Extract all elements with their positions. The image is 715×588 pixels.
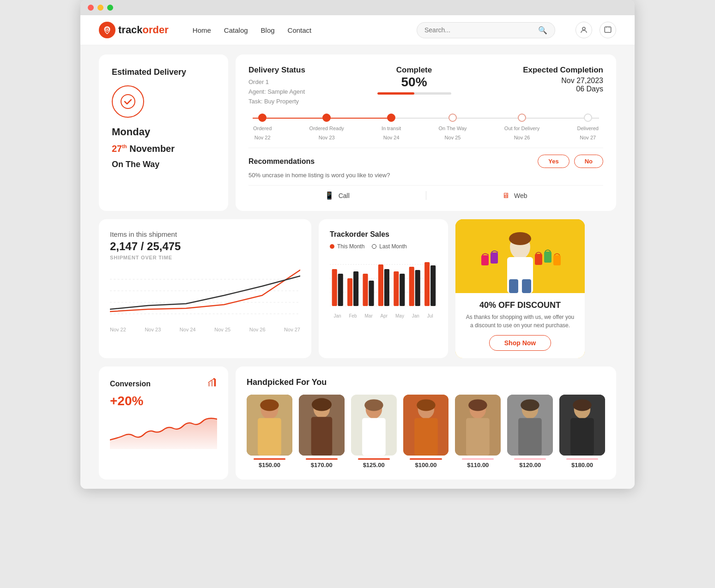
product-image-5 [507,395,553,456]
shipment-subtitle: SHIPMENT OVER TIME [110,255,300,260]
search-input[interactable] [424,26,534,34]
x-label-2: Nov 24 [180,327,196,332]
user-icon-btn[interactable] [576,22,592,38]
svg-point-64 [521,400,539,411]
shipment-chart-svg [110,268,300,323]
svg-rect-23 [409,267,414,306]
logo-icon [99,22,115,38]
estimated-delivery-title: Estimated Delivery [112,67,215,77]
no-button[interactable]: No [574,155,603,168]
svg-rect-34 [544,252,551,263]
cart-icon-btn[interactable] [600,22,616,38]
recommendations-text: 50% uncrase in home listing is word you … [248,172,603,179]
conversion-header: Conversion [110,378,217,390]
web-label: Web [514,192,527,199]
shop-now-button[interactable]: Shop Now [489,335,551,351]
svg-rect-53 [362,418,386,456]
x-label-5: Nov 27 [284,327,300,332]
svg-rect-33 [535,254,542,265]
yes-button[interactable]: Yes [538,155,569,168]
row2: Items in this shipment 2,147 / 25,475 SH… [99,219,616,358]
discount-image [455,219,585,293]
search-icon: 🔍 [538,26,547,35]
product-item-5[interactable]: $120.00 [507,395,553,468]
close-dot[interactable] [88,5,94,11]
product-item-6[interactable]: $180.00 [559,395,605,468]
x-label-0: Nov 22 [110,327,126,332]
discount-body: 40% OFF DISCOUNT As thanks for shopping … [455,293,585,358]
this-month-dot [330,244,334,249]
tl-step-ready: Ordered Ready Nov 23 [309,114,344,140]
shipment-x-labels: Nov 22 Nov 23 Nov 24 Nov 25 Nov 26 Nov 2… [110,327,300,332]
product-item-0[interactable]: $150.00 [247,395,292,468]
svg-rect-22 [400,274,405,306]
complete-label: Complete [377,66,451,75]
price-bar-6 [566,458,598,460]
tl-circle-ordered [258,114,267,122]
product-image-2 [351,395,397,456]
tl-circle-onway [448,114,457,122]
expected-days: 06 Days [523,85,603,93]
product-item-3[interactable]: $100.00 [403,395,449,468]
tl-circle-outfordelivery [518,114,526,122]
bar-label-6: Jul [427,313,433,318]
tl-label-onway: On The Way [438,126,467,131]
bar-label-2: Mar [365,313,373,318]
last-month-label: Last Month [379,243,406,250]
expected-completion-section: Expected Completion Nov 27,2023 06 Days [523,66,603,93]
nav-contact[interactable]: Contact [288,26,312,34]
logo[interactable]: trackorder [99,22,169,38]
product-price-4: $110.00 [455,462,501,468]
maximize-dot[interactable] [107,5,113,11]
conversion-percentage: +20% [110,394,217,408]
nav-blog[interactable]: Blog [261,26,275,34]
product-item-4[interactable]: $110.00 [455,395,501,468]
call-action[interactable]: 📱 Call [248,191,426,200]
product-price-0: $150.00 [247,462,292,468]
handpicked-card: Handpicked For You $150.00 [236,366,616,480]
svg-rect-19 [378,264,383,306]
svg-rect-37 [491,252,498,264]
svg-rect-36 [481,255,489,265]
product-image-1 [299,395,345,456]
sales-legend: This Month Last Month [330,243,437,250]
shipment-chart: Nov 22 Nov 23 Nov 24 Nov 25 Nov 26 Nov 2… [110,268,300,332]
tl-date-outfordelivery: Nov 26 [514,135,530,140]
tl-step-delivered: Delivered Nov 27 [577,114,599,140]
conversion-card: Conversion +20% [99,366,228,480]
nav-catalog[interactable]: Catalog [224,26,248,34]
shipment-count: 2,147 / 25,475 [110,240,300,253]
tl-label-ordered: Ordered [253,126,272,131]
svg-rect-31 [509,279,518,293]
row1: Estimated Delivery Monday 27th November … [99,54,616,211]
svg-rect-17 [363,274,368,306]
bar-label-3: Apr [381,313,388,318]
svg-rect-16 [353,271,358,306]
recommendations-title: Recommendations [248,157,315,166]
svg-rect-69 [570,418,594,456]
price-bar-5 [514,458,546,460]
product-item-2[interactable]: $125.00 [351,395,397,468]
x-label-3: Nov 25 [214,327,230,332]
web-action[interactable]: 🖥 Web [426,191,604,200]
product-item-1[interactable]: $170.00 [299,395,345,468]
delivery-status-header: Delivery Status Order 1 Agent: Sample Ag… [248,66,603,106]
product-price-6: $180.00 [559,462,605,468]
tl-step-ordered: Ordered Nov 22 [253,114,272,140]
product-price-1: $170.00 [299,462,345,468]
this-month-label: This Month [337,243,364,250]
svg-rect-25 [424,262,430,306]
minimize-dot[interactable] [97,5,103,11]
bar-label-0: Jan [333,313,341,318]
tl-label-transit: In transit [382,126,401,131]
svg-point-60 [469,400,488,411]
tl-label-delivered: Delivered [577,126,599,131]
svg-point-68 [573,400,592,411]
price-bar-3 [410,458,442,460]
nav-home[interactable]: Home [193,26,211,34]
discount-card: 40% OFF DISCOUNT As thanks for shopping … [455,219,585,358]
this-month-legend: This Month [330,243,364,250]
sales-card: Trackorder Sales This Month Last Month [319,219,448,358]
svg-rect-38 [208,383,210,386]
price-bar-0 [254,458,285,460]
